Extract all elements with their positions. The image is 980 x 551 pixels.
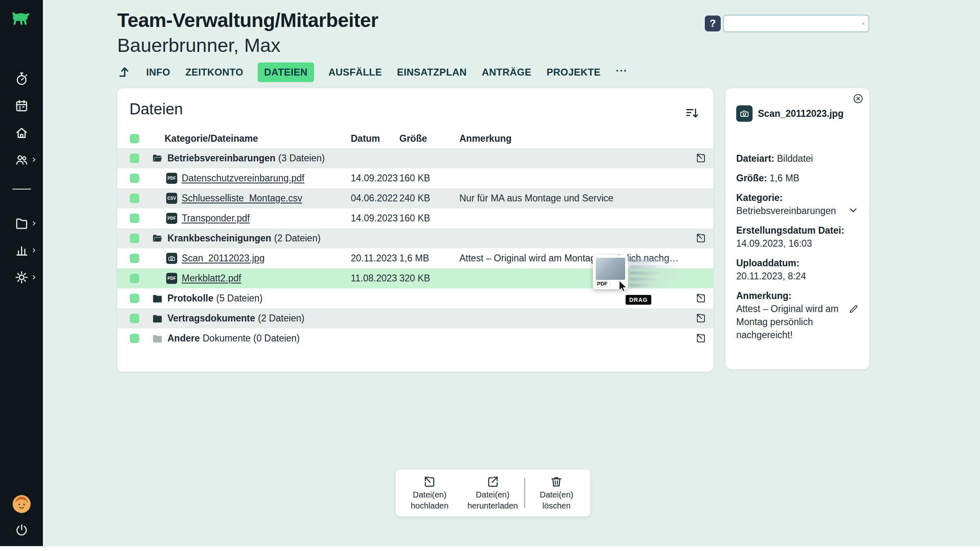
upload-files-button[interactable]: Datei(en) hochladen — [398, 475, 461, 510]
column-header-name: Kategorie/Dateiname — [148, 133, 351, 144]
files-icon[interactable] — [15, 216, 29, 230]
file-detail-panel: Scan_20112023.jpg Dateiart: Bilddatei Gr… — [726, 88, 869, 369]
table-row: CSV Schluesselliste_Montage.csv 04.06.20… — [117, 188, 713, 208]
sort-descending-icon — [685, 106, 699, 120]
file-link[interactable]: Schluesselliste_Montage.csv — [182, 193, 302, 204]
row-checkbox[interactable] — [130, 294, 139, 303]
search-icon[interactable] — [862, 18, 864, 29]
page-header: Team-Verwaltung/Mitarbeiter Bauerbrunner… — [117, 9, 378, 56]
up-level-button[interactable] — [117, 65, 131, 80]
close-icon — [853, 93, 864, 104]
detail-created: Erstellungsdatum Datei: 14.09.2023, 16:0… — [736, 224, 859, 250]
folder-icon — [152, 333, 163, 344]
team-icon[interactable] — [15, 153, 29, 167]
search-box — [723, 15, 869, 32]
upload-to-category-button[interactable] — [696, 153, 706, 164]
table-row: PDF Merkblatt2.pdf 11.08.2023 320 KB — [117, 268, 713, 288]
download-files-button[interactable]: Datei(en) herunterladen — [461, 475, 524, 510]
tab-projekte[interactable]: PROJEKTE — [546, 62, 601, 82]
detail-category: Kategorie: Betriebsvereinbarungen — [736, 191, 859, 217]
upload-to-category-button[interactable] — [696, 313, 706, 324]
file-action-bar: Datei(en) hochladen Datei(en) herunterla… — [395, 469, 591, 517]
row-checkbox[interactable] — [130, 254, 139, 263]
note-value: Attest – Original wird am Montag persönl… — [736, 302, 845, 341]
folder-item[interactable]: Andere Dokumente (0 Dateien) — [148, 333, 351, 344]
tab-ausfaelle[interactable]: AUSFÄLLE — [327, 62, 383, 82]
table-row: Protokolle (5 Dateien) — [117, 288, 713, 308]
calendar-icon[interactable] — [15, 99, 29, 113]
upload-to-category-button[interactable] — [696, 233, 706, 244]
folder-item[interactable]: Vertragsdokumente (2 Dateien) — [148, 313, 351, 324]
tab-more[interactable]: ··· — [615, 60, 628, 84]
timer-icon[interactable] — [15, 72, 29, 86]
column-header-date: Datum — [351, 133, 399, 144]
row-checkbox[interactable] — [130, 194, 139, 203]
delete-files-button[interactable]: Datei(en) löschen — [525, 475, 588, 510]
stats-icon[interactable] — [15, 243, 29, 257]
chevron-right-icon — [31, 274, 37, 280]
sort-button[interactable] — [685, 106, 699, 121]
sidebar — [0, 0, 43, 551]
files-table: Kategorie/Dateiname Datum Größe Anmerkun… — [117, 129, 713, 348]
settings-icon[interactable] — [15, 270, 29, 284]
file-link[interactable]: Scan_20112023.jpg — [182, 253, 265, 264]
tab-einsatzplan[interactable]: EINSATZPLAN — [396, 62, 468, 82]
table-header-row: Kategorie/Dateiname Datum Größe Anmerkun… — [117, 129, 713, 148]
dog-logo — [11, 11, 33, 28]
folder-open-icon — [152, 233, 163, 244]
trash-icon — [550, 475, 563, 488]
row-checkbox[interactable] — [130, 234, 139, 243]
arrow-up-icon — [117, 65, 131, 78]
category-value: Betriebsvereinbarungen — [736, 204, 836, 217]
chevron-right-icon — [31, 221, 37, 226]
search-input[interactable] — [724, 16, 862, 31]
move-out-icon — [696, 293, 706, 303]
tab-info[interactable]: INFO — [145, 62, 171, 82]
power-icon[interactable] — [15, 523, 29, 537]
chevron-down-icon — [849, 205, 858, 215]
file-link[interactable]: Merkblatt2.pdf — [182, 273, 241, 284]
file-link[interactable]: Transponder.pdf — [182, 213, 250, 224]
upload-to-category-button[interactable] — [696, 293, 706, 304]
detail-filetype: Dateiart: Bilddatei — [736, 152, 859, 165]
folder-item[interactable]: Protokolle (5 Dateien) — [148, 293, 351, 304]
column-header-note: Anmerkung — [459, 133, 689, 144]
close-button[interactable] — [853, 93, 864, 105]
help-button[interactable]: ? — [705, 16, 721, 31]
row-checkbox[interactable] — [130, 214, 139, 223]
chevron-right-icon — [31, 248, 37, 253]
select-all-checkbox[interactable] — [130, 134, 139, 143]
download-icon — [486, 475, 499, 488]
row-checkbox[interactable] — [130, 314, 139, 323]
table-row: Krankbescheinigungen (2 Dateien) — [117, 228, 713, 248]
pdf-file-icon: PDF — [166, 173, 177, 184]
workplace-icon[interactable] — [15, 126, 29, 140]
pencil-icon — [849, 304, 859, 314]
table-row: Vertragsdokumente (2 Dateien) — [117, 308, 713, 328]
upload-to-category-button[interactable] — [696, 333, 706, 344]
folder-item[interactable]: Krankbescheinigungen (2 Dateien) — [148, 233, 351, 244]
row-checkbox[interactable] — [130, 274, 139, 283]
move-out-icon — [696, 313, 706, 323]
row-checkbox[interactable] — [130, 334, 139, 343]
chevron-right-icon — [31, 157, 37, 163]
files-card: Dateien Kategorie/Dateiname Datum Größe … — [117, 88, 713, 372]
employee-name: Bauerbrunner, Max — [117, 34, 378, 56]
tab-dateien[interactable]: DATEIEN — [258, 62, 314, 82]
category-dropdown-button[interactable] — [848, 205, 859, 217]
camera-icon — [736, 105, 753, 122]
table-row: Andere Dokumente (0 Dateien) — [117, 328, 713, 348]
tab-zeitkonto[interactable]: ZEITKONTO — [185, 62, 244, 82]
row-checkbox[interactable] — [130, 154, 139, 163]
table-row: PDF Datenschutzvereinbarung.pdf 14.09.20… — [117, 168, 713, 188]
files-card-title: Dateien — [129, 100, 713, 118]
detail-size: Größe: 1,6 MB — [736, 172, 859, 185]
row-checkbox[interactable] — [130, 174, 139, 183]
file-link[interactable]: Datenschutzvereinbarung.pdf — [182, 173, 304, 184]
upload-icon — [423, 475, 436, 488]
user-avatar[interactable] — [12, 495, 31, 515]
tab-antraege[interactable]: ANTRÄGE — [481, 62, 532, 82]
edit-note-button[interactable] — [849, 304, 859, 315]
folder-item[interactable]: Betriebsvereinbarungen (3 Dateien) — [148, 153, 351, 164]
column-header-size: Größe — [399, 133, 459, 144]
